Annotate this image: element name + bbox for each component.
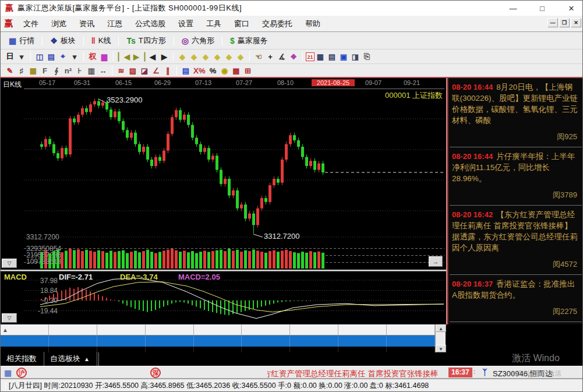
export-tool-icon[interactable]: ◨ [349,52,361,62]
menu-item-9[interactable]: 帮助 [299,16,327,31]
gann-arrow-h-icon[interactable]: ◈ [200,52,211,62]
news-item-1[interactable]: 08-20 16:44片仔癀半年报：上半年净利润11.15亿元，同比增长28.9… [448,147,583,205]
sectors-button[interactable]: ❖板块 [45,34,80,47]
percent-tool-icon[interactable]: % [207,66,218,76]
mdi-minimize-icon[interactable]: — [547,18,558,27]
shanghai-market-icon[interactable]: 沪 [16,368,27,378]
date-tick-05-31[interactable]: 05-31 [62,79,103,86]
date-tick-06-15[interactable]: 06-15 [103,79,144,86]
retrace-percent-tool-icon[interactable]: Ⅹ% [192,66,207,76]
red-plus-tool-icon[interactable]: ⊞ [242,66,253,76]
gann-fan-tool-icon[interactable]: ≋ [115,66,127,76]
period-caret-icon[interactable]: ▾ [16,52,27,62]
hand-tool-icon[interactable]: ☜ [253,52,264,62]
fan-box-tool-icon[interactable]: ▨ [127,66,139,76]
page-next-icon[interactable]: ▶ [158,52,170,62]
fan-shade-tool-icon[interactable]: ◪ [139,66,150,76]
minimize-icon[interactable]: — [507,4,520,13]
fib-tool-icon[interactable]: F [39,66,51,76]
volume-collapse-button[interactable]: ▽ [2,259,17,268]
kline-button[interactable]: ‖K线 [87,34,116,47]
kline-measure-tool-icon[interactable]: ⊦ [74,66,86,76]
stats-panel-tool-icon[interactable]: ▤ [180,66,192,76]
jump-last-icon[interactable]: ▶▕ [132,52,147,62]
pencil-tool-icon[interactable]: ✎ [4,66,16,76]
menu-item-3[interactable]: 江恩 [101,16,129,31]
square-nine-tool-icon[interactable]: n² [62,66,74,76]
gann-arrow-in-icon[interactable]: ◈ [211,52,223,62]
flower-tool-icon[interactable]: ❖ [288,52,299,62]
t-square-button[interactable]: TsT四方形 [122,34,170,47]
menu-item-6[interactable]: 工具 [200,16,228,31]
jump-first-icon[interactable]: ▏◀ [116,52,132,62]
shenzhen-market-icon[interactable]: 深 [150,368,161,378]
kline-chart-panel[interactable]: 日K线 000001 上证指数 3523.2900 3312.7200 3312… [1,78,446,324]
save-tool-icon[interactable]: ▣ [338,52,349,62]
macd-collapse-button[interactable]: ▽ [2,313,17,323]
gann-arrow-left-icon[interactable]: ◈ [176,52,188,62]
menu-item-4[interactable]: 公式选股 [129,16,172,31]
scroll-down-icon[interactable]: ▼ [436,345,446,352]
menu-item-1[interactable]: 浏览 [45,16,73,31]
pane-splitter[interactable] [1,270,446,271]
page-prev-icon[interactable]: ◀ [147,52,158,62]
color-volume-icon[interactable]: ▆ [98,52,110,62]
maximize-icon[interactable]: □ [536,4,549,13]
date-tick-09-07[interactable]: 09-07 [353,79,394,86]
mdi-restore-icon[interactable]: ❐ [559,18,570,27]
market-grid-icon[interactable]: ▦ [4,368,12,377]
scroll-right-button[interactable]: → [429,256,443,267]
mdi-close-icon[interactable]: ✕ [571,18,581,27]
news-item-0[interactable]: 08-20 16:448月20日电，【上海钢联(300226)、股吧】更新锂电产… [448,78,583,147]
parallel-lines-tool-icon[interactable]: ∥ [162,66,174,76]
golden-section-tool-icon[interactable]: ◉ [218,66,230,76]
restore-rights-icon[interactable]: 权 [87,51,98,62]
angle-tool-icon[interactable]: ∡ [276,52,288,62]
period-day-icon[interactable]: 日 [4,51,16,62]
table-scrollbar[interactable]: ▲ ▼ [435,324,446,352]
pin-caret-icon[interactable]: ▾ [69,52,80,62]
print-tool-icon[interactable]: ⎘ [361,51,373,62]
count-bars-tool-icon[interactable]: ▥ [86,66,97,76]
window-style-icon[interactable]: ◫ [34,52,45,62]
menu-item-0[interactable]: 文件 [17,16,45,31]
notes-tool-icon[interactable]: ▤ [326,52,338,62]
menu-item-7[interactable]: 窗口 [228,16,256,31]
calendar-tool-icon[interactable]: 21 [306,52,315,61]
close-icon[interactable]: ✕ [565,4,578,13]
hexagon-button[interactable]: ◎六角形 [177,34,219,47]
gann-arrow-right-icon[interactable]: ◈ [188,52,200,62]
width-measure-tool-icon[interactable]: ↔ [97,66,109,76]
gann-arrow-out-icon[interactable]: ◈ [223,52,235,62]
spiral-tool-icon[interactable]: ∮ [51,66,62,76]
date-tick-06-29[interactable]: 06-29 [142,79,183,86]
gann-arrow-all-icon[interactable]: ◈ [235,52,246,62]
crosshair-tool-icon[interactable]: + [264,52,276,62]
menu-item-8[interactable]: 交易委托 [256,16,299,31]
tab-相关指数[interactable]: 相关指数 [1,352,44,366]
date-tick-09-21[interactable]: 09-21 [391,79,432,86]
news-ticker-marquee[interactable]: 方红资产管理总经理任莉离任 首席投资官张锋接棒 [267,368,446,379]
winner-service-button[interactable]: $赢家服务 [225,34,273,47]
gann-grid-tool-icon[interactable]: ♯ [16,66,27,76]
news-item-2[interactable]: 08-20 16:42【东方红资产管理总经理任莉离任 首席投资官张锋接棒】据透露… [448,206,583,274]
menu-item-5[interactable]: 设置 [172,16,200,31]
date-tick-07-27[interactable]: 07-27 [224,79,264,86]
date-tick-07-13[interactable]: 07-13 [183,79,224,86]
pin-tool-icon[interactable]: ⌖ [57,51,69,62]
news-body: 08-20 16:42【东方红资产管理总经理任莉离任 首席投资官张锋接棒】据透露… [452,209,580,253]
date-tick-2021-08-25[interactable]: 2021-08-25 [312,79,355,86]
date-tick-08-10[interactable]: 08-10 [265,79,306,86]
table-row-selected[interactable] [1,336,435,347]
candlestick-chart[interactable] [1,78,446,324]
news-item-3[interactable]: 08-20 16:37香港证监会：批准推出A股指数期货合约。阅2275 [448,275,583,322]
red-grid-tool-icon[interactable]: ▩ [230,66,242,76]
tab-自选板块[interactable]: 自选板块▲ [44,352,97,366]
calculator-tool-icon[interactable]: ▦ [315,52,326,62]
gann-wheel-tool-icon[interactable]: ▦ [27,66,39,76]
info-list-icon[interactable]: ▤ [45,52,57,62]
trend-angle-tool-icon[interactable]: ∠ [150,66,162,76]
menu-item-2[interactable]: 资讯 [73,16,101,31]
scroll-up-icon[interactable]: ▲ [436,324,446,332]
market-quotes-button[interactable]: ▦行情 [4,34,39,47]
